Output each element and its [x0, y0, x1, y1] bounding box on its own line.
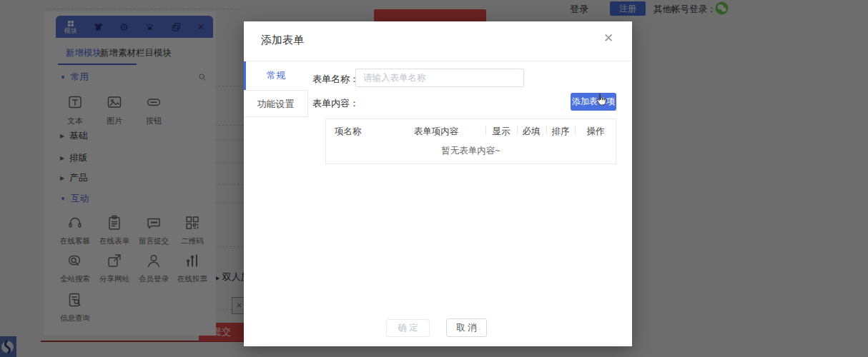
- form-content-label: 表单内容：: [312, 97, 359, 110]
- col-header-item-content: 表单项内容: [414, 126, 459, 138]
- modal-tab-general[interactable]: 常规: [244, 61, 308, 90]
- form-name-label: 表单名称：: [312, 73, 359, 86]
- hand-cursor-icon: [594, 93, 608, 110]
- col-header-display: 显示: [493, 126, 511, 138]
- col-header-action: 操作: [587, 126, 605, 138]
- cancel-button[interactable]: 取 消: [446, 318, 487, 337]
- header-separator: [575, 126, 576, 135]
- form-name-input[interactable]: [355, 69, 524, 87]
- col-header-sort: 排序: [552, 126, 570, 138]
- add-form-item-button[interactable]: 添加表单项: [571, 93, 616, 111]
- header-separator: [517, 126, 518, 135]
- col-header-item-name: 项名称: [335, 126, 362, 138]
- add-form-modal: 添加表单 ✕ 常规 功能设置 表单名称： 表单内容： 添加表单项 项名称 表单项…: [244, 21, 632, 346]
- header-separator: [546, 126, 547, 135]
- col-header-required: 必填: [523, 126, 541, 138]
- table-empty-text: 暂无表单内容~: [441, 145, 500, 157]
- form-items-table: 项名称 表单项内容 显示 必填 排序 操作 暂无表单内容~: [325, 119, 616, 164]
- header-separator: [485, 126, 486, 135]
- modal-tab-function-settings[interactable]: 功能设置: [244, 90, 308, 117]
- editor-root: 登录 注册 其他帐号登录： ▶ 双人房 ✕ 提交: [0, 0, 868, 357]
- confirm-button[interactable]: 确 定: [386, 319, 430, 337]
- modal-title: 添加表单: [261, 34, 304, 47]
- close-icon[interactable]: ✕: [603, 31, 613, 46]
